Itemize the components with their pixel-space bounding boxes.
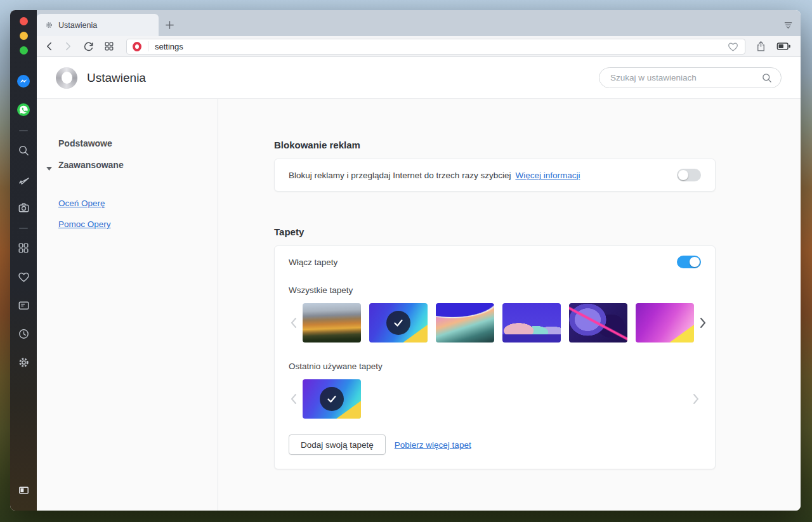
back-button[interactable] <box>44 40 54 53</box>
wallpaper-thumb-pastel-mountains[interactable] <box>502 303 561 343</box>
reload-icon <box>82 41 95 53</box>
more-info-link[interactable]: Więcej informacji <box>515 171 580 180</box>
speed-dial-toolbar-button[interactable] <box>104 41 114 51</box>
reload-button[interactable] <box>82 41 95 53</box>
adblock-card: Blokuj reklamy i przeglądaj Internet do … <box>274 159 716 192</box>
selected-overlay <box>369 303 428 343</box>
wallpaper-thumb-neon-swoosh[interactable] <box>569 303 627 343</box>
selected-overlay <box>303 379 361 419</box>
main-column: Ustawienia <box>37 10 801 511</box>
bookmarks-icon[interactable] <box>16 270 30 284</box>
tab-menu-button[interactable] <box>775 14 801 36</box>
heart-icon <box>17 270 30 284</box>
settings-page: Ustawienia Podstawowe <box>37 57 801 511</box>
thumb-yellow-wedge <box>636 303 694 343</box>
adblock-heading: Blokowanie reklam <box>274 140 801 150</box>
check-icon <box>392 316 405 329</box>
carousel-prev-button[interactable] <box>289 317 299 329</box>
window-controls <box>20 17 28 55</box>
opera-logo <box>56 67 77 89</box>
nav-links: Oceń Operę Pomoc Opery <box>37 193 218 235</box>
wallpaper-thumb-mountains[interactable] <box>303 303 361 343</box>
speed-dial-icon[interactable] <box>16 241 30 255</box>
search-icon[interactable] <box>16 143 30 157</box>
rate-opera-link[interactable]: Oceń Operę <box>37 193 112 214</box>
minimize-window-button[interactable] <box>20 32 28 40</box>
address-bar[interactable]: settings <box>126 39 745 55</box>
tab-menu-icon <box>783 20 794 30</box>
add-wallpaper-button[interactable]: Dodaj swoją tapetę <box>289 434 386 455</box>
get-more-wallpapers-link[interactable]: Pobierz więcej tapet <box>395 440 471 450</box>
clock-icon <box>17 327 30 341</box>
maximize-window-button[interactable] <box>20 46 28 55</box>
wallpaper-thumb-pink-polygons[interactable] <box>636 303 694 343</box>
recent-next-button[interactable] <box>691 393 701 405</box>
personal-news-icon[interactable] <box>16 298 30 312</box>
chevron-right-icon <box>63 40 73 53</box>
wallpapers-toggle[interactable] <box>677 256 701 268</box>
opera-badge-icon <box>133 42 141 51</box>
whatsapp-icon <box>16 103 30 117</box>
whatsapp-icon[interactable] <box>16 103 30 117</box>
history-icon[interactable] <box>16 327 30 341</box>
new-tab-button[interactable] <box>159 14 180 36</box>
heart-bookmark-button[interactable] <box>727 41 739 53</box>
nav-item-zaawansowane[interactable]: Zaawansowane <box>37 154 218 176</box>
wallpaper-thumb-wave[interactable] <box>436 303 494 343</box>
address-separator <box>148 41 148 51</box>
plus-icon <box>164 20 175 30</box>
share-button[interactable] <box>755 40 767 53</box>
recent-prev-button[interactable] <box>289 393 299 405</box>
snapshot-camera-icon[interactable] <box>16 200 30 214</box>
sidebar-divider <box>19 228 28 229</box>
recent-thumb-blue-geometric-selected[interactable] <box>303 379 361 419</box>
caret-down-icon <box>46 162 52 173</box>
nav-item-label: Podstawowe <box>58 138 112 148</box>
adblock-toggle[interactable] <box>677 169 701 181</box>
battery-icon <box>776 41 792 52</box>
forward-button[interactable] <box>63 40 73 53</box>
tab-bar: Ustawienia <box>37 10 801 36</box>
opera-sidebar <box>10 10 37 511</box>
wallpapers-heading: Tapety <box>274 226 801 237</box>
search-icon <box>761 72 773 84</box>
settings-header: Ustawienia <box>37 57 801 99</box>
settings-gear-icon[interactable] <box>16 355 30 369</box>
carousel-next-button[interactable] <box>698 317 708 329</box>
chevron-left-icon <box>291 317 297 329</box>
tab-gear-icon <box>45 21 53 29</box>
adblock-description: Blokuj reklamy i przeglądaj Internet do … <box>289 171 511 180</box>
recent-thumbnails <box>303 379 361 419</box>
all-wallpapers-label: Wszystkie tapety <box>289 285 701 295</box>
heart-icon <box>727 41 739 53</box>
grid-icon <box>104 41 114 51</box>
settings-body: Podstawowe Zaawansowane Oceń Operę Pomoc… <box>37 99 801 511</box>
url-text[interactable]: settings <box>155 42 727 51</box>
tab-title: Ustawienia <box>58 21 97 30</box>
my-flow-icon[interactable] <box>16 172 30 186</box>
sidebar-setup-icon[interactable] <box>16 483 30 497</box>
settings-search-input[interactable] <box>610 73 761 82</box>
settings-main: Blokowanie reklam Blokuj reklamy i przeg… <box>218 99 801 511</box>
paper-plane-icon <box>17 173 30 186</box>
close-window-button[interactable] <box>20 17 28 25</box>
chevron-left-icon <box>44 40 54 53</box>
grid-icon <box>17 242 30 254</box>
check-circle <box>386 311 410 335</box>
tab-ustawienia[interactable]: Ustawienia <box>37 14 159 36</box>
messenger-icon[interactable] <box>16 74 30 88</box>
toggle-knob <box>690 257 700 267</box>
gear-icon <box>17 356 30 369</box>
settings-nav: Podstawowe Zaawansowane Oceń Operę Pomoc… <box>37 99 218 511</box>
nav-item-label: Zaawansowane <box>58 160 124 170</box>
wallpapers-card: Włącz tapety Wszystkie tapety <box>274 245 716 469</box>
wallpaper-thumb-blue-geometric-selected[interactable] <box>369 303 428 343</box>
settings-search[interactable] <box>599 67 782 88</box>
nav-item-podstawowe[interactable]: Podstawowe <box>37 133 218 154</box>
sidebar-divider <box>19 130 28 131</box>
chevron-right-icon <box>700 317 706 329</box>
messenger-icon <box>16 74 30 88</box>
battery-saver-button[interactable] <box>776 41 792 52</box>
check-circle <box>320 387 344 411</box>
opera-help-link[interactable]: Pomoc Opery <box>37 214 117 235</box>
